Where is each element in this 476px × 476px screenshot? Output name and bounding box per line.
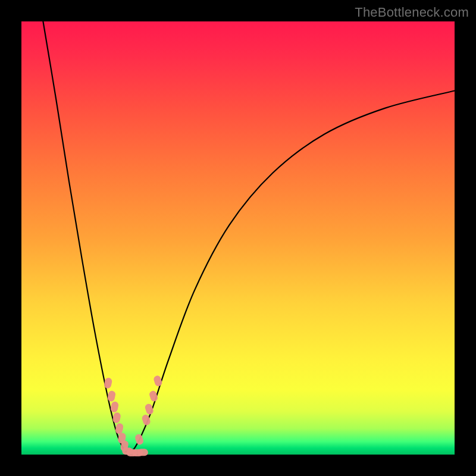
marker-pill [134, 433, 145, 446]
bottleneck-curve [43, 21, 455, 455]
curve-layer [21, 21, 455, 455]
curve-left-branch [43, 21, 130, 455]
marker-pill [144, 403, 154, 415]
marker-pill [104, 377, 112, 389]
curve-right-branch [130, 90, 455, 455]
marker-pill [149, 390, 159, 402]
marker-pill [153, 375, 163, 387]
chart-frame: TheBottleneck.com [0, 0, 476, 476]
marker-pill [137, 449, 148, 456]
plot-area [21, 21, 455, 455]
watermark-text: TheBottleneck.com [355, 5, 469, 20]
